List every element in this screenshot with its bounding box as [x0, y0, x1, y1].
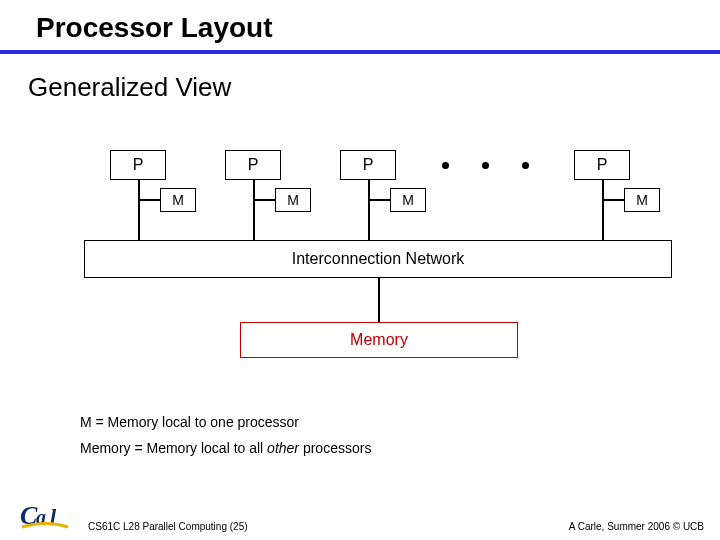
wire-p4-m [602, 199, 624, 201]
wire-p2-net [253, 200, 255, 240]
wire-p2-m [253, 199, 275, 201]
memory-box: Memory [240, 322, 518, 358]
wire-p4-down [602, 180, 604, 200]
local-mem-box-1: M [160, 188, 196, 212]
footer-right: A Carle, Summer 2006 © UCB [569, 521, 704, 532]
local-mem-box-3: M [390, 188, 426, 212]
local-mem-box-4: M [624, 188, 660, 212]
processor-box-2: P [225, 150, 281, 180]
cal-logo: C a l [18, 494, 74, 534]
slide-title: Processor Layout [0, 0, 720, 50]
diagram: P P P P M M M M Interconnection Network … [0, 150, 720, 400]
wire-p1-m [138, 199, 160, 201]
wire-p1-down [138, 180, 140, 200]
wire-p4-net [602, 200, 604, 240]
note2-italic: other [267, 440, 299, 456]
processor-box-1: P [110, 150, 166, 180]
wire-p3-m [368, 199, 390, 201]
local-mem-box-2: M [275, 188, 311, 212]
section-heading: Generalized View [0, 54, 720, 103]
note-local-mem: M = Memory local to one processor [80, 414, 299, 430]
wire-p3-down [368, 180, 370, 200]
interconnect-box: Interconnection Network [84, 240, 672, 278]
processor-box-3: P [340, 150, 396, 180]
wire-p1-net [138, 200, 140, 240]
note-global-mem: Memory = Memory local to all other proce… [80, 440, 371, 456]
ellipsis-dot-2 [482, 162, 489, 169]
wire-net-mem [378, 278, 380, 322]
wire-p3-net [368, 200, 370, 240]
ellipsis-dot-3 [522, 162, 529, 169]
ellipsis-dot-1 [442, 162, 449, 169]
note2-suffix: processors [299, 440, 371, 456]
wire-p2-down [253, 180, 255, 200]
note2-prefix: Memory = Memory local to all [80, 440, 267, 456]
footer-left: CS61C L28 Parallel Computing (25) [88, 521, 248, 532]
processor-box-4: P [574, 150, 630, 180]
